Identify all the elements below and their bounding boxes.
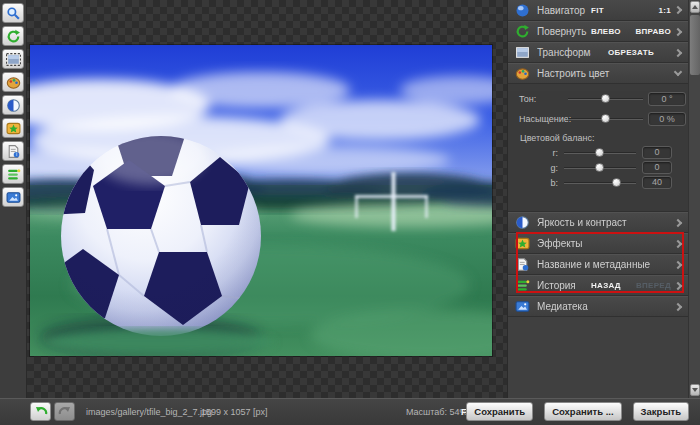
effects-star-icon — [515, 236, 531, 251]
crop-button[interactable]: ОБРЕЗАТЬ — [608, 48, 654, 57]
blue-channel-slider[interactable] — [564, 176, 636, 190]
chevron-right-icon — [674, 6, 682, 14]
history-list-icon — [6, 167, 21, 182]
chevron-right-icon — [674, 239, 682, 247]
panel-section-brightness[interactable]: Яркость и контраст — [508, 212, 688, 233]
close-button[interactable]: Закрыть — [633, 402, 689, 421]
scroll-up-button[interactable] — [690, 1, 700, 13]
chevron-down-icon — [674, 68, 682, 76]
red-channel-label: r: — [520, 148, 564, 158]
undo-button[interactable] — [30, 402, 51, 421]
blue-slider-thumb[interactable] — [612, 178, 621, 187]
panel-empty-area — [508, 317, 688, 403]
red-value-field[interactable]: 0 — [642, 146, 672, 159]
green-channel-slider[interactable] — [564, 161, 636, 175]
chevron-right-icon — [674, 48, 682, 56]
green-channel-label: g: — [520, 163, 564, 173]
green-value-field[interactable]: 0 — [642, 161, 672, 174]
history-tool-button[interactable] — [2, 164, 24, 184]
document-info-icon — [515, 257, 531, 272]
document-info-icon: i — [6, 144, 21, 159]
history-forward-button[interactable]: ВПЕРЕД — [636, 281, 671, 290]
media-tool-button[interactable] — [2, 187, 24, 207]
brightness-contrast-icon — [6, 98, 21, 113]
zoom-level: Масштаб: 54% — [406, 407, 468, 417]
rotate-icon — [515, 24, 531, 39]
green-slider-thumb[interactable] — [595, 163, 604, 172]
panel-section-metadata[interactable]: Название и метаданные — [508, 254, 688, 275]
section-label: Настроить цвет — [537, 68, 675, 79]
save-button[interactable]: Сохранить — [466, 402, 533, 421]
panel-section-transform[interactable]: Трансформация ОБРЕЗАТЬ — [508, 42, 688, 63]
blue-value-field[interactable]: 40 — [642, 176, 672, 189]
fit-button[interactable]: FIT — [591, 6, 604, 15]
status-bar: images/gallery/tfile_big_2_7.jpg 1599 x … — [0, 398, 700, 425]
palette-icon — [515, 66, 531, 81]
panel-section-effects[interactable]: Эффекты — [508, 233, 688, 254]
navigator-tool-button[interactable] — [2, 3, 24, 23]
color-balance-label: Цветовой баланс: — [520, 133, 688, 143]
hue-slider-thumb[interactable] — [601, 94, 610, 103]
section-label: Яркость и контраст — [537, 217, 675, 228]
panel-section-history[interactable]: История НАЗАДВПЕРЕД — [508, 275, 688, 296]
rotate-right-button[interactable]: ВПРАВО — [635, 27, 671, 36]
saturation-slider[interactable] — [568, 112, 643, 126]
green-channel-row: g: 0 — [520, 160, 688, 175]
red-channel-row: r: 0 — [520, 145, 688, 160]
color-balance-group: Цветовой баланс: r: 0 g: 0 b: 40 — [508, 133, 688, 190]
red-slider-thumb[interactable] — [595, 148, 604, 157]
rotate-left-button[interactable]: ВЛЕВО — [591, 27, 621, 36]
hue-slider[interactable] — [568, 92, 643, 106]
effects-star-icon — [6, 121, 21, 136]
canvas-workspace — [27, 0, 507, 398]
crop-image-icon — [6, 52, 21, 67]
saturation-slider-thumb[interactable] — [601, 114, 610, 123]
adjust-color-section: Тон: 0 ° Насыщение: 0 % Цветовой баланс:… — [508, 91, 688, 212]
image-editor: i — [0, 0, 700, 425]
one-to-one-button[interactable]: 1:1 — [659, 6, 671, 15]
chevron-right-icon — [674, 218, 682, 226]
media-library-icon — [6, 190, 21, 205]
transform-tool-button[interactable] — [2, 49, 24, 69]
metadata-tool-button[interactable]: i — [2, 141, 24, 161]
hue-value-field[interactable]: 0 ° — [648, 92, 686, 106]
arrow-down-icon — [692, 388, 698, 392]
hue-label: Тон: — [519, 94, 568, 104]
save-as-button[interactable]: Сохранить ... — [544, 402, 621, 421]
section-label: Навигатор — [537, 5, 591, 16]
chevron-right-icon — [674, 27, 682, 35]
panel-section-adjust-color[interactable]: Настроить цвет — [508, 63, 688, 84]
magnifier-icon — [6, 6, 21, 21]
brightness-tool-button[interactable] — [2, 95, 24, 115]
redo-icon — [58, 403, 72, 421]
section-label: Повернуть — [537, 26, 591, 37]
svg-text:i: i — [15, 152, 16, 157]
photo-soccer-ball[interactable] — [30, 45, 492, 356]
saturation-value-field[interactable]: 0 % — [648, 112, 686, 126]
rotate-tool-button[interactable] — [2, 26, 24, 46]
scroll-down-button[interactable] — [690, 384, 700, 396]
adjust-color-tool-button[interactable] — [2, 72, 24, 92]
section-label: Трансформация — [537, 47, 591, 58]
section-label: История — [537, 280, 591, 291]
panel-section-rotate[interactable]: Повернуть ВЛЕВОВПРАВО — [508, 21, 688, 42]
file-path: images/gallery/tfile_big_2_7.jpg — [86, 407, 212, 417]
panel-section-media[interactable]: Медиатека — [508, 296, 688, 317]
brightness-contrast-icon — [515, 215, 531, 230]
action-buttons: Сохранить Сохранить ... Закрыть — [466, 402, 689, 421]
effects-tool-button[interactable] — [2, 118, 24, 138]
red-channel-slider[interactable] — [564, 146, 636, 160]
undo-icon — [34, 403, 48, 421]
blue-channel-label: b: — [520, 178, 564, 188]
left-toolbar: i — [0, 0, 27, 398]
panel-scrollbar[interactable] — [688, 0, 700, 398]
section-label: Название и метаданные — [537, 259, 675, 270]
media-library-icon — [515, 299, 531, 314]
redo-button[interactable] — [54, 402, 75, 421]
scrollbar-thumb[interactable] — [690, 15, 700, 75]
history-back-button[interactable]: НАЗАД — [591, 281, 621, 290]
panel-section-navigator[interactable]: Навигатор FIT1:1 — [508, 0, 688, 21]
chevron-right-icon — [674, 260, 682, 268]
image-dimensions: 1599 x 1057 [px] — [201, 407, 268, 417]
crop-image-icon — [515, 45, 531, 60]
